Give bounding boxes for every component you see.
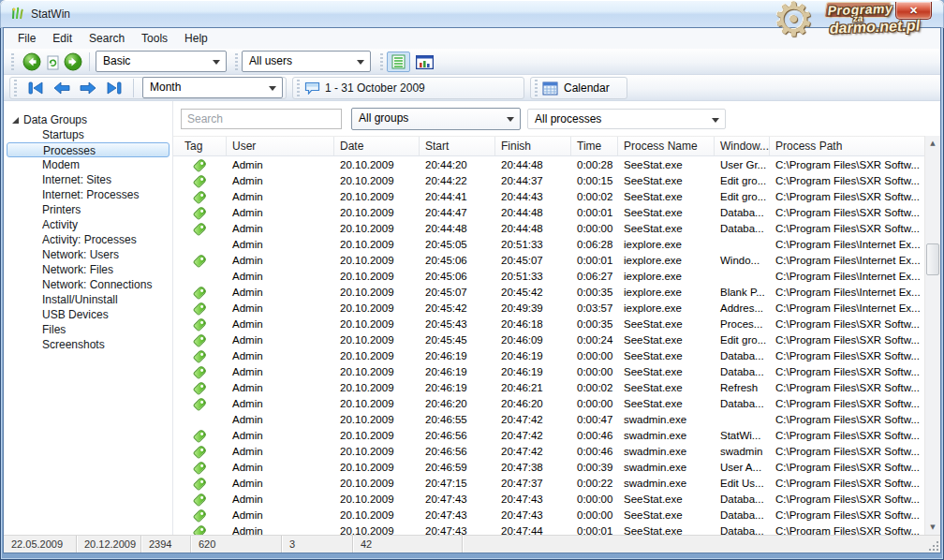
period-combobox[interactable]: Month (142, 77, 283, 98)
tree-root-label: Data Groups (23, 113, 87, 126)
sidebar-item-network-users[interactable]: Network: Users (4, 247, 172, 262)
list-view-button[interactable] (387, 52, 410, 72)
sidebar-item-processes[interactable]: Processes (7, 142, 170, 157)
table-row[interactable]: Admin20.10.200920:45:4520:46:090:00:24Se… (173, 332, 924, 348)
first-period-button[interactable] (24, 80, 47, 96)
table-row[interactable]: Admin20.10.200920:45:0520:51:330:06:28ie… (173, 237, 924, 253)
chart-view-button[interactable] (413, 52, 436, 72)
table-row[interactable]: Admin20.10.200920:45:4220:49:390:03:57ie… (173, 301, 924, 317)
sidebar-item-network-files[interactable]: Network: Files (4, 262, 172, 277)
table-row[interactable]: Admin20.10.200920:45:0620:45:070:00:01ie… (173, 253, 924, 269)
refresh-button[interactable] (46, 54, 59, 70)
cell-start: 20:45:43 (420, 317, 495, 332)
cell-finish: 20:47:42 (495, 428, 571, 444)
profile-combobox[interactable]: Basic (96, 51, 227, 72)
menu-item-tools[interactable]: Tools (133, 29, 176, 48)
column-header-finish[interactable]: Finish (495, 137, 571, 155)
table-row[interactable]: Admin20.10.200920:45:0720:45:420:00:35ie… (173, 285, 924, 301)
scroll-up-button[interactable]: ▲ (925, 136, 940, 151)
table-row[interactable]: Admin20.10.200920:46:5520:47:420:00:47sw… (173, 412, 924, 428)
column-header-process-path[interactable]: Process Path (770, 137, 924, 155)
cell-window: Edit Us... (715, 476, 770, 492)
table-row[interactable]: Admin20.10.200920:47:4320:47:440:00:01Se… (173, 523, 924, 535)
table-row[interactable]: Admin20.10.200920:45:4320:46:180:00:35Se… (173, 317, 924, 332)
cell-window: User Gr... (715, 157, 770, 173)
table-row[interactable]: Admin20.10.200920:46:5620:47:420:00:46sw… (173, 428, 924, 444)
profile-combobox-value: Basic (103, 54, 130, 67)
cell-date: 20.10.2009 (334, 508, 420, 523)
column-header-process-name[interactable]: Process Name (618, 137, 715, 155)
table-row[interactable]: Admin20.10.200920:46:5920:47:380:00:39sw… (173, 460, 924, 476)
tree-root-data-groups[interactable]: Data Groups (4, 112, 172, 127)
column-header-time[interactable]: Time (571, 137, 618, 155)
cell-start: 20:46:55 (420, 412, 495, 428)
sidebar-item-install-uninstall[interactable]: Install/Uninstall (4, 292, 172, 307)
table-row[interactable]: Admin20.10.200920:46:2020:46:200:00:00Se… (173, 396, 924, 412)
scrollbar-thumb[interactable] (926, 243, 939, 275)
menu-item-search[interactable]: Search (81, 29, 133, 48)
sidebar-item-screenshots[interactable]: Screenshots (4, 337, 172, 352)
menu-item-edit[interactable]: Edit (44, 29, 81, 48)
next-period-button[interactable] (77, 80, 99, 96)
sidebar-item-network-connections[interactable]: Network: Connections (4, 277, 172, 292)
tag-cell (173, 221, 227, 237)
cell-date: 20.10.2009 (334, 221, 420, 237)
table-row[interactable]: Admin20.10.200920:47:1520:47:370:00:22sw… (173, 476, 924, 492)
toolbar-grip (380, 53, 383, 70)
table-row[interactable]: Admin20.10.200920:44:2020:44:480:00:28Se… (173, 157, 924, 173)
table-row[interactable]: Admin20.10.200920:47:4320:47:430:00:00Se… (173, 508, 924, 523)
scroll-down-button[interactable]: ▼ (925, 520, 940, 535)
tag-cell (173, 269, 227, 285)
column-header-tag[interactable]: Tag (173, 137, 227, 155)
table-row[interactable]: Admin20.10.200920:44:4120:44:430:00:02Se… (173, 189, 924, 205)
column-header-start[interactable]: Start (420, 137, 495, 155)
vertical-scrollbar[interactable]: ▲ ▼ (924, 136, 940, 535)
table-row[interactable]: Admin20.10.200920:46:1920:46:210:00:02Se… (173, 380, 924, 396)
cell-process-path: C:\Program Files\Internet Ex... (770, 301, 924, 317)
sidebar-item-activity-processes[interactable]: Activity: Processes (4, 232, 172, 247)
menu-item-help[interactable]: Help (176, 29, 216, 48)
previous-period-button[interactable] (51, 80, 73, 96)
cell-start: 20:46:19 (420, 348, 495, 364)
sidebar-item-internet-processes[interactable]: Internet: Processes (4, 187, 172, 202)
cell-window (715, 237, 770, 253)
cell-process-path: C:\Program Files\SXR Softw... (770, 428, 924, 444)
close-button[interactable]: ✕ (895, 2, 932, 20)
menu-item-file[interactable]: File (9, 29, 44, 48)
sidebar-item-startups[interactable]: Startups (4, 127, 172, 142)
cell-process-path: C:\Program Files\SXR Softw... (770, 205, 924, 221)
table-row[interactable]: Admin20.10.200920:47:4320:47:430:00:00Se… (173, 492, 924, 508)
table-row[interactable]: Admin20.10.200920:46:1920:46:190:00:00Se… (173, 364, 924, 380)
search-input[interactable] (181, 109, 342, 129)
table-row[interactable]: Admin20.10.200920:44:4720:44:480:00:01Se… (173, 205, 924, 221)
calendar-button[interactable]: Calendar (542, 80, 645, 96)
last-period-button[interactable] (103, 80, 125, 96)
sidebar-item-printers[interactable]: Printers (4, 202, 172, 217)
cell-start: 20:46:59 (420, 460, 495, 476)
cell-process-name: SeeStat.exe (618, 189, 715, 205)
cell-process-path: C:\Program Files\SXR Softw... (770, 332, 924, 348)
column-header-date[interactable]: Date (334, 137, 420, 155)
sidebar-item-files[interactable]: Files (4, 322, 172, 337)
table-row[interactable]: Admin20.10.200920:45:0620:51:330:06:27ie… (173, 269, 924, 285)
groups-combobox[interactable]: All groups (351, 108, 521, 130)
column-header-user[interactable]: User (227, 137, 334, 155)
table-row[interactable]: Admin20.10.200920:46:5620:47:420:00:46sw… (173, 444, 924, 460)
back-button[interactable] (22, 52, 41, 71)
cell-process-path: C:\Program Files\SXR Softw... (770, 157, 924, 173)
table-row[interactable]: Admin20.10.200920:46:1920:46:190:00:00Se… (173, 348, 924, 364)
cell-window: User A... (715, 460, 770, 476)
column-header-window[interactable]: Window... (715, 137, 770, 155)
cell-user: Admin (227, 173, 334, 189)
sidebar-item-modem[interactable]: Modem (4, 157, 172, 172)
table-row[interactable]: Admin20.10.200920:44:4820:44:480:00:00Se… (173, 221, 924, 237)
sidebar-item-activity[interactable]: Activity (4, 217, 172, 232)
resize-grip[interactable] (927, 539, 939, 552)
sidebar-item-internet-sites[interactable]: Internet: Sites (4, 172, 172, 187)
users-combobox[interactable]: All users (242, 51, 371, 72)
cell-start: 20:46:19 (420, 364, 495, 380)
sidebar-item-usb-devices[interactable]: USB Devices (4, 307, 172, 322)
processes-combobox[interactable]: All processes (527, 109, 726, 129)
forward-button[interactable] (64, 52, 82, 71)
table-row[interactable]: Admin20.10.200920:44:2220:44:370:00:15Se… (173, 173, 924, 189)
